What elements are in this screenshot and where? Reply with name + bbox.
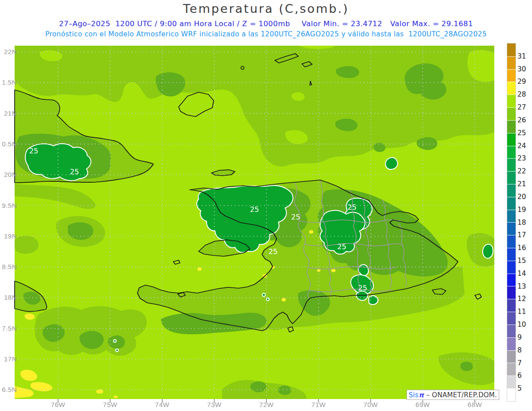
y-axis-label: 1.5N: [0, 78, 17, 86]
colorbar-segment: [507, 171, 516, 184]
colorbar-segment: [507, 210, 516, 223]
y-axis-label: 20N: [0, 171, 17, 179]
temperature-colorbar: [507, 43, 516, 401]
colorbar-label: 30: [517, 65, 531, 74]
page-title: Temperatura (C,somb.): [0, 2, 532, 16]
colorbar-label: 9: [517, 333, 531, 342]
weather-map-page: { "header": { "title": "Temperatura (C,s…: [0, 0, 532, 411]
y-axis-label: 7.5N: [0, 325, 17, 333]
colorbar-segment: [507, 261, 516, 274]
valor-max: Valor Max. = 29.1681: [390, 20, 473, 28]
colorbar-label: 26: [517, 116, 531, 125]
colorbar-label: 16: [517, 243, 531, 252]
colorbar-label: 17: [517, 231, 531, 239]
colorbar-label: 11: [517, 307, 531, 316]
subtitle-model-line: Pronóstico con el Modelo Atmosferico WRF…: [0, 30, 532, 38]
contour-value-label: 25: [269, 247, 278, 256]
y-axis-label: 8.5N: [0, 263, 17, 271]
colorbar-segment: [507, 197, 516, 210]
x-axis-label: 76W: [46, 401, 70, 409]
y-axis-label: 22N: [0, 48, 17, 56]
colorbar-segment: [507, 376, 516, 388]
contour-value-label: 25: [348, 203, 356, 211]
pi-symbol: π: [419, 391, 424, 399]
colorbar-segment: [507, 235, 516, 248]
x-axis-label: 72W: [254, 401, 279, 409]
colorbar-segment: [507, 133, 516, 146]
y-axis-label: 19N: [0, 232, 17, 240]
contour-value-label: 25: [358, 284, 367, 292]
attribution-org: ONAMET/REP.DOM.: [432, 391, 497, 399]
attribution-dash: –: [424, 391, 432, 399]
x-axis-label: 68W: [462, 401, 487, 409]
colorbar-segment: [507, 107, 516, 120]
y-axis-label: 21N: [0, 110, 17, 117]
y-axis-label: 6.5N: [0, 386, 17, 394]
colorbar-label: 7: [517, 359, 531, 368]
colorbar-segment: [507, 388, 516, 401]
y-axis-label: 9.5N: [0, 202, 17, 210]
colorbar-segment: [507, 248, 516, 261]
colorbar-label: 6: [517, 371, 531, 380]
colorbar-segment: [507, 312, 516, 325]
colorbar-label: 29: [517, 77, 531, 86]
temperature-map: 2525252525252525: [15, 46, 494, 399]
colorbar-label: 24: [517, 141, 531, 150]
colorbar-label: 31: [517, 52, 531, 61]
contour-value-label: 25: [29, 147, 38, 155]
contour-value-label: 25: [250, 205, 259, 214]
sispi-logo-text: Sis: [409, 391, 419, 399]
colorbar-label: 12: [517, 294, 531, 303]
colorbar-label: 20: [517, 192, 531, 201]
colorbar-label: 22: [517, 167, 531, 176]
x-axis-label: 75W: [98, 401, 123, 409]
colorbar-segment: [507, 274, 516, 286]
map-canvas: 2525252525252525: [15, 46, 494, 399]
colorbar-label: 28: [517, 90, 531, 99]
colorbar-label: 15: [517, 256, 531, 265]
colorbar-label: 14: [517, 269, 531, 278]
colorbar-segment: [507, 82, 516, 94]
colorbar-segment: [507, 222, 516, 235]
contour-value-label: 25: [337, 243, 346, 251]
colorbar-segment: [507, 146, 516, 159]
colorbar-segment: [507, 350, 516, 363]
colorbar-segment: [507, 325, 516, 337]
colorbar-label: 19: [517, 205, 531, 214]
colorbar-segment: [507, 158, 516, 171]
colorbar-label: 21: [517, 180, 531, 188]
colorbar-label: 13: [517, 282, 531, 291]
x-axis-label: 69W: [411, 401, 435, 409]
colorbar-segment: [507, 337, 516, 350]
colorbar-segment: [507, 120, 516, 133]
colorbar-segment: [507, 286, 516, 299]
forecast-datetime: 27–Ago–2025 1200 UTC / 9:00 am Hora Loca…: [59, 20, 290, 28]
colorbar-label: 10: [517, 320, 531, 329]
colorbar-label: 25: [517, 129, 531, 137]
x-axis-label: 73W: [202, 401, 227, 409]
colorbar-segment: [507, 299, 516, 312]
colorbar-segment: [507, 363, 516, 376]
y-axis-label: 0.5N: [0, 140, 17, 148]
colorbar-label: 23: [517, 154, 531, 163]
colorbar-label: 5: [517, 384, 531, 393]
x-axis-label: 70W: [358, 401, 383, 409]
colorbar-segment: [507, 56, 516, 69]
valor-min: Valor Min. = 23.4712: [301, 20, 382, 28]
colorbar-segment: [507, 94, 516, 107]
y-axis-label: 18N: [0, 294, 17, 301]
contour-value-label: 25: [291, 213, 300, 221]
subtitle-datetime-line: 27–Ago–2025 1200 UTC / 9:00 am Hora Loca…: [0, 20, 532, 28]
colorbar-label: 18: [517, 218, 531, 227]
colorbar-segment: [507, 184, 516, 197]
colorbar-label: 8: [517, 346, 531, 355]
attribution-box: Sisπ – ONAMET/REP.DOM.: [407, 390, 499, 400]
contour-value-label: 25: [70, 168, 79, 176]
colorbar-label: 27: [517, 103, 531, 112]
y-axis-label: 17N: [0, 355, 17, 363]
x-axis-label: 74W: [150, 401, 175, 409]
colorbar-segment: [507, 69, 516, 82]
colorbar-segment: [507, 43, 516, 56]
x-axis-label: 71W: [306, 401, 331, 409]
